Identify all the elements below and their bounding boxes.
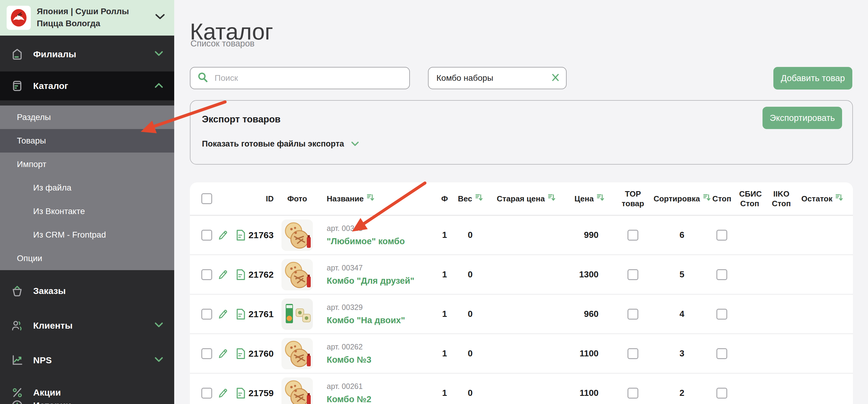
product-art: арт. 00261 bbox=[327, 382, 363, 391]
document-icon[interactable] bbox=[235, 229, 246, 242]
product-f: 1 bbox=[434, 348, 455, 359]
search-input[interactable] bbox=[214, 73, 409, 83]
top-checkbox[interactable] bbox=[627, 230, 638, 241]
col-id: ID bbox=[266, 194, 274, 204]
product-id: 21759 bbox=[250, 388, 276, 398]
export-files-toggle[interactable]: Показать готовые файлы экспорта bbox=[202, 139, 359, 149]
product-art: арт. 00329 bbox=[327, 303, 363, 312]
col-f: Ф bbox=[441, 194, 448, 204]
product-name-link[interactable]: Комбо "Для друзей" bbox=[327, 276, 414, 286]
sort-icon[interactable] bbox=[835, 193, 843, 204]
edit-pencil-icon[interactable] bbox=[217, 308, 229, 320]
sidebar-item-import-file[interactable]: Из файла bbox=[0, 176, 174, 199]
edit-pencil-icon[interactable] bbox=[217, 229, 229, 241]
sidebar-item-import-frontpad[interactable]: Из CRM - Frontpad bbox=[0, 223, 174, 247]
export-panel: Экспорт товаров Показать готовые файлы э… bbox=[190, 100, 853, 165]
chevron-down-icon bbox=[155, 13, 165, 21]
row-checkbox[interactable] bbox=[201, 388, 212, 399]
export-panel-title: Экспорт товаров bbox=[202, 114, 281, 125]
product-weight: 0 bbox=[455, 270, 485, 279]
add-product-button[interactable]: Добавить товар bbox=[773, 67, 852, 90]
table-row: 21761 арт. 00329 Комбо "На двоих" 1 0 96… bbox=[190, 294, 853, 334]
brand-switcher[interactable]: Япония | Суши Роллы Пицца Вологда bbox=[0, 0, 174, 36]
edit-pencil-icon[interactable] bbox=[217, 387, 229, 399]
sidebar-item-import-vk[interactable]: Из Вконтакте bbox=[0, 199, 174, 223]
stop-checkbox[interactable] bbox=[716, 230, 727, 241]
chevron-down-icon bbox=[154, 322, 163, 329]
product-sorting: 3 bbox=[654, 348, 710, 359]
product-id: 21761 bbox=[250, 309, 276, 319]
chevron-down-icon bbox=[351, 142, 359, 148]
product-art: арт. 00262 bbox=[327, 342, 363, 351]
col-name: Название bbox=[327, 194, 364, 204]
sidebar-item-stories[interactable]: Истории bbox=[0, 394, 174, 404]
stop-checkbox[interactable] bbox=[716, 348, 727, 359]
sort-icon[interactable] bbox=[548, 193, 555, 204]
product-name-link[interactable]: Комбо №3 bbox=[327, 355, 371, 365]
sidebar-item-nps[interactable]: NPS bbox=[0, 348, 174, 372]
document-icon[interactable] bbox=[235, 347, 246, 360]
edit-pencil-icon[interactable] bbox=[217, 269, 229, 281]
product-name-link[interactable]: Комбо "На двоих" bbox=[327, 315, 405, 325]
row-checkbox[interactable] bbox=[201, 230, 212, 241]
category-filter-input[interactable] bbox=[436, 73, 551, 83]
col-sorting: Сортировка bbox=[653, 194, 700, 204]
search-icon bbox=[197, 72, 209, 85]
product-weight: 0 bbox=[455, 309, 485, 319]
product-photo bbox=[281, 299, 313, 330]
sidebar-item-orders[interactable]: Заказы bbox=[0, 279, 174, 303]
product-id: 21762 bbox=[250, 270, 276, 280]
sidebar-item-label: Филиалы bbox=[33, 49, 76, 59]
stop-checkbox[interactable] bbox=[716, 269, 727, 280]
product-sorting: 4 bbox=[654, 309, 710, 319]
product-photo bbox=[281, 338, 313, 369]
sidebar-item-clients[interactable]: Клиенты bbox=[0, 314, 174, 338]
row-checkbox[interactable] bbox=[201, 269, 212, 280]
sidebar-item-import[interactable]: Импорт bbox=[0, 153, 174, 176]
row-checkbox[interactable] bbox=[201, 309, 212, 319]
top-checkbox[interactable] bbox=[627, 388, 638, 399]
sidebar-item-branches[interactable]: Филиалы bbox=[0, 42, 174, 66]
export-button[interactable]: Экспортировать bbox=[763, 107, 842, 129]
chart-icon bbox=[11, 354, 24, 367]
stop-checkbox[interactable] bbox=[716, 309, 727, 319]
home-icon bbox=[11, 48, 24, 61]
chevron-down-icon bbox=[154, 51, 163, 58]
table-header-row: ID Фото Название Ф Вес Старая цена Цена … bbox=[190, 182, 853, 216]
top-checkbox[interactable] bbox=[627, 269, 638, 280]
document-icon[interactable] bbox=[235, 387, 246, 400]
product-price: 990 bbox=[567, 230, 612, 240]
col-old-price: Старая цена bbox=[497, 194, 545, 204]
brand-name: Япония | Суши Роллы Пицца Вологда bbox=[37, 5, 148, 30]
sidebar: Япония | Суши Роллы Пицца Вологда Филиал… bbox=[0, 0, 174, 404]
stop-checkbox[interactable] bbox=[716, 388, 727, 399]
product-name-link[interactable]: Комбо №2 bbox=[327, 394, 371, 404]
product-name-link[interactable]: "Любимое" комбо bbox=[327, 237, 405, 246]
col-weight: Вес bbox=[458, 194, 472, 204]
sidebar-item-label: Истории bbox=[33, 400, 71, 404]
sidebar-item-catalog[interactable]: Каталог bbox=[0, 71, 174, 100]
select-all-checkbox[interactable] bbox=[201, 193, 212, 204]
people-icon bbox=[11, 319, 24, 332]
edit-pencil-icon[interactable] bbox=[217, 348, 229, 360]
sidebar-item-options[interactable]: Опции bbox=[0, 247, 174, 270]
product-weight: 0 bbox=[455, 388, 485, 398]
product-art: арт. 00348 bbox=[327, 224, 363, 233]
col-stop: Стоп bbox=[712, 194, 732, 204]
sidebar-item-products[interactable]: Товары bbox=[0, 129, 174, 153]
sidebar-item-label: Клиенты bbox=[33, 320, 73, 331]
document-icon[interactable] bbox=[235, 308, 246, 320]
sidebar-item-sections[interactable]: Разделы bbox=[0, 105, 174, 129]
top-checkbox[interactable] bbox=[627, 309, 638, 319]
document-icon[interactable] bbox=[235, 268, 246, 281]
row-checkbox[interactable] bbox=[201, 348, 212, 359]
sort-icon[interactable] bbox=[367, 193, 374, 204]
table-row: 21763 арт. 00348 "Любимое" комбо 1 0 990… bbox=[190, 216, 853, 255]
product-art: арт. 00347 bbox=[327, 263, 363, 272]
clear-filter-icon[interactable] bbox=[551, 73, 560, 83]
sort-icon[interactable] bbox=[475, 193, 483, 204]
top-checkbox[interactable] bbox=[627, 348, 638, 359]
sidebar-item-label: Заказы bbox=[33, 286, 66, 296]
sort-icon[interactable] bbox=[703, 193, 710, 204]
sort-icon[interactable] bbox=[597, 193, 604, 204]
